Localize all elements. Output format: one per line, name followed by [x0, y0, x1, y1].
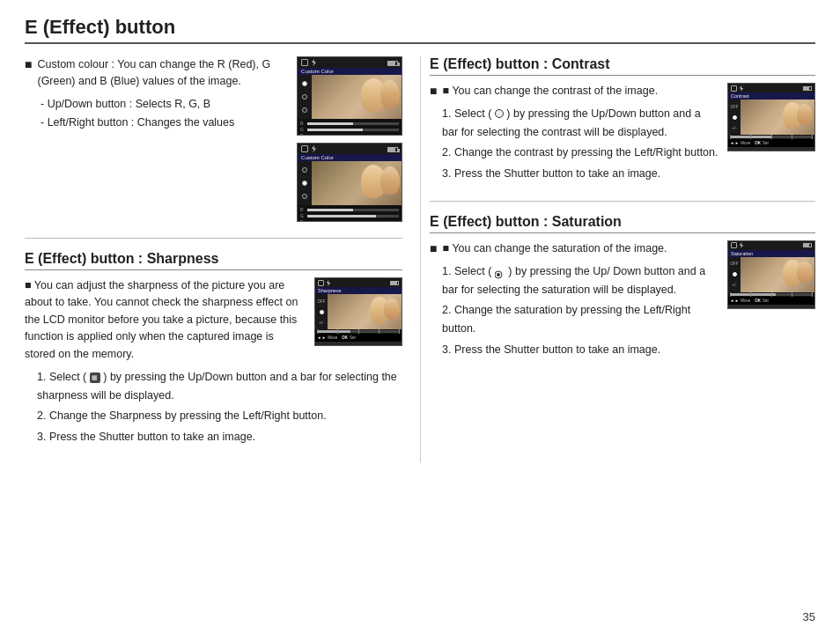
- custom-colour-bullet: ■ Custom colour : You can change the R (…: [25, 56, 279, 90]
- cam-sliders-2: R G B: [298, 205, 402, 222]
- sharpness-content: ■ You can adjust the sharpness of the pi…: [25, 277, 402, 368]
- dash-list: - Up/Down button : Selects R, G, B - Lef…: [41, 95, 279, 133]
- cam-menu-label-1: Custom Color: [298, 68, 402, 75]
- cam-sat-on: +/-: [732, 283, 736, 287]
- svg-marker-2: [327, 280, 330, 286]
- cam-battery-tip-2: [398, 149, 400, 152]
- cam-r-fill-2: [307, 209, 353, 211]
- cam-contrast-face2: [797, 104, 813, 125]
- contrast-intro: ■ You can change the contrast of the ima…: [443, 83, 659, 100]
- saturation-heading: E (Effect) button : Saturation: [430, 214, 815, 233]
- cam-battery-icon-2: [387, 147, 398, 152]
- cam-r-track: [307, 122, 399, 125]
- sharpness-text: ■ You can adjust the sharpness of the pi…: [25, 277, 306, 368]
- cam-contrast-flash-icon: [739, 85, 744, 92]
- cam-contrast-photo: [741, 100, 814, 135]
- cam-contrast-body: OFF +/-: [728, 100, 814, 135]
- cam-dot-b: [302, 107, 307, 113]
- left-column: ■ Custom colour : You can change the R (…: [25, 56, 420, 462]
- cam-sat-track: [730, 293, 813, 296]
- cam-screen-2: Custom Color: [297, 143, 402, 222]
- cam-sharp-track: [317, 330, 400, 333]
- cam-dot-b2: [302, 194, 307, 199]
- cam-b-label-2: B: [300, 219, 306, 222]
- cam-sharp-ticks: [317, 330, 400, 333]
- custom-colour-section: ■ Custom colour : You can change the R (…: [25, 56, 402, 222]
- svg-point-5: [497, 273, 500, 276]
- section-divider-right: [430, 201, 815, 202]
- cam-r-label: R: [300, 121, 306, 126]
- custom-colour-text: ■ Custom colour : You can change the R (…: [25, 56, 279, 139]
- cam-contrast-track: [730, 136, 813, 138]
- custom-colour-desc: Custom colour : You can change the R (Re…: [37, 56, 279, 90]
- cam-face-2b: [380, 166, 400, 195]
- cam-contrast-arrows: ◄ ►: [730, 141, 739, 145]
- contrast-step-2: 2. Change the contrast by pressing the L…: [438, 144, 718, 162]
- cam-icons-left: [301, 59, 317, 66]
- cam-sharp-off: OFF: [318, 299, 326, 304]
- sharpness-step-3: 3. Press the Shutter button to take an i…: [33, 428, 402, 446]
- cam-mode-icon-2: [301, 145, 308, 152]
- cam-g-fill: [307, 129, 362, 131]
- cam-b-fill-2: [307, 221, 344, 223]
- tick5: [399, 329, 400, 334]
- cam-b-fill: [307, 135, 344, 136]
- cam-r-track-2: [307, 209, 399, 211]
- cam-screen-contrast: Contrast OFF +/-: [727, 83, 815, 151]
- cam-contrast-left-menu: OFF +/-: [728, 100, 741, 135]
- contrast-steps: 1. Select ( ) by pressing the Up/Down bu…: [438, 105, 718, 183]
- sharpness-intro: ■ You can adjust the sharpness of the pi…: [25, 277, 306, 363]
- cam-slider-r2: R: [300, 207, 399, 212]
- cam-body-1: [298, 75, 402, 119]
- cam-sat-slider: [730, 293, 813, 296]
- saturation-steps: 1. Select ( ) by pressing the Up/ Down b…: [438, 262, 718, 359]
- cam-left-menu-2: [298, 161, 312, 205]
- cam-g-track-2: [307, 215, 399, 217]
- svg-marker-0: [312, 59, 316, 66]
- sharpness-steps: 1. Select ( ▦ ) by pressing the Up/Down …: [33, 368, 402, 446]
- cam-contrast-mode: [731, 85, 737, 92]
- cam-sat-bottom: ◄ ► Move OK Set: [728, 297, 814, 305]
- cam-sharp-arrows: ◄ ►: [317, 335, 326, 340]
- cam-top-sat: [728, 241, 814, 250]
- cam-body-2: [298, 161, 402, 205]
- cam-sat-photo: [741, 257, 814, 292]
- cam-screen-sharpness: Sharpness OFF +/-: [314, 277, 402, 346]
- saturation-bullet-sym: ■: [430, 241, 437, 255]
- cam-sharp-ok: OK: [342, 335, 348, 340]
- cam-sat-battery: [803, 243, 812, 247]
- s-tick1: [730, 292, 731, 297]
- cam-sharp-set: Set: [350, 335, 356, 340]
- saturation-step-1: 1. Select ( ) by pressing the Up/ Down b…: [438, 262, 718, 300]
- cam-contrast-move: Move: [741, 141, 750, 145]
- cam-slider-b: B: [300, 133, 399, 136]
- c-tick5: [812, 135, 813, 139]
- cam-sharp-mode: [318, 280, 324, 286]
- page-title: E (Effect) button: [25, 16, 815, 44]
- cam-sharp-battery: [390, 281, 399, 285]
- cam-contrast-mid-dot: [733, 115, 737, 120]
- cam-battery-icon: [387, 61, 398, 66]
- cam-contrast-icons: [731, 85, 744, 92]
- cam-dot-g: [302, 94, 307, 100]
- cam-contrast-on: +/-: [732, 126, 736, 130]
- cam-r-fill: [307, 122, 353, 125]
- cam-b-label: B: [300, 133, 306, 136]
- cam-sat-left-menu: OFF +/-: [728, 257, 741, 292]
- contrast-text: ■ ■ You can change the contrast of the i…: [430, 83, 718, 185]
- contrast-icon: [495, 109, 504, 118]
- cam-slider-g: G: [300, 127, 399, 132]
- cam-g-label: G: [300, 127, 306, 132]
- s-tick4: [792, 292, 792, 297]
- cam-top-sharp: [315, 278, 402, 287]
- cam-sharp-label: Sharpness: [315, 287, 402, 294]
- cam-left-menu-1: [298, 75, 312, 119]
- contrast-heading: E (Effect) button : Contrast: [430, 56, 815, 76]
- saturation-step-2: 2. Change the saturation by pressing the…: [438, 301, 718, 339]
- cam-sat-flash-icon: [739, 242, 744, 248]
- cam-sharp-left-menu: OFF +/-: [315, 294, 328, 329]
- sharpness-section: E (Effect) button : Sharpness ■ You can …: [25, 251, 402, 446]
- cam-contrast-set: Set: [763, 141, 769, 145]
- custom-colour-screens: Custom Color: [297, 56, 402, 222]
- contrast-step-3: 3. Press the Shutter button to take an i…: [438, 165, 718, 183]
